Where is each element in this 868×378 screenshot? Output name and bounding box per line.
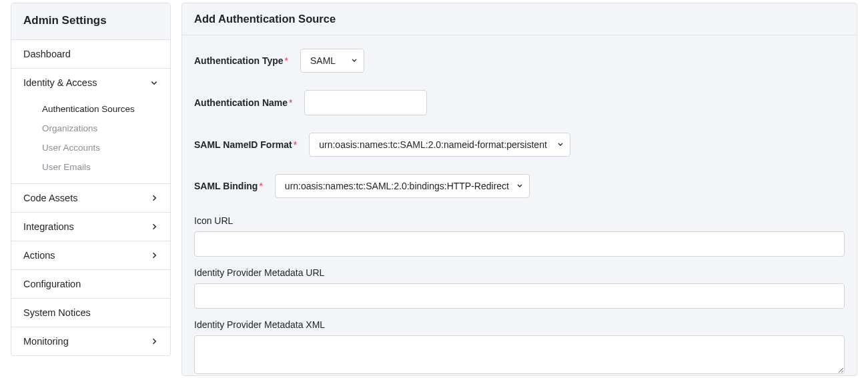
sidebar-item-label: Actions	[23, 250, 55, 261]
sidebar-item-actions[interactable]: Actions	[11, 241, 170, 270]
sidebar-subitem-organizations[interactable]: Organizations	[11, 119, 170, 138]
icon-url-label: Icon URL	[194, 215, 845, 226]
binding-select[interactable]: urn:oasis:names:tc:SAML:2.0:bindings:HTT…	[275, 174, 530, 198]
binding-label: SAML Binding*	[194, 181, 263, 191]
caret-down-icon	[352, 59, 357, 63]
sidebar-item-configuration[interactable]: Configuration	[11, 270, 170, 299]
caret-down-icon	[517, 184, 522, 188]
chevron-down-icon	[150, 79, 158, 87]
required-indicator: *	[285, 55, 288, 66]
field-idp-metadata-xml: Identity Provider Metadata XML	[194, 319, 845, 376]
binding-value: urn:oasis:names:tc:SAML:2.0:bindings:HTT…	[285, 181, 509, 191]
sidebar-subitem-user-emails[interactable]: User Emails	[11, 157, 170, 177]
nameid-format-value: urn:oasis:names:tc:SAML:2.0:nameid-forma…	[319, 139, 547, 150]
sidebar-item-label: Code Assets	[23, 193, 77, 203]
idp-metadata-url-label: Identity Provider Metadata URL	[194, 267, 845, 278]
field-icon-url: Icon URL	[194, 215, 845, 257]
auth-type-label: Authentication Type*	[194, 55, 288, 66]
chevron-right-icon	[150, 251, 158, 259]
idp-metadata-url-input[interactable]	[194, 283, 845, 309]
auth-type-value: SAML	[310, 55, 336, 66]
sidebar-item-code-assets[interactable]: Code Assets	[11, 184, 170, 213]
sidebar-item-label: Dashboard	[23, 49, 71, 59]
sidebar-item-label: System Notices	[23, 307, 91, 318]
required-indicator: *	[289, 97, 292, 108]
field-auth-type: Authentication Type* SAML	[194, 49, 845, 73]
auth-source-form: Authentication Type* SAML Authentication…	[182, 35, 857, 376]
sidebar-item-label: Monitoring	[23, 336, 69, 347]
auth-type-select[interactable]: SAML	[300, 49, 364, 73]
icon-url-input[interactable]	[194, 231, 845, 257]
sidebar-item-system-notices[interactable]: System Notices	[11, 299, 170, 327]
sidebar-item-monitoring[interactable]: Monitoring	[11, 327, 170, 355]
page-title: Add Authentication Source	[182, 3, 857, 35]
sidebar-subitem-auth-sources[interactable]: Authentication Sources	[11, 99, 170, 119]
sidebar-item-identity-access[interactable]: Identity & Access	[11, 69, 170, 97]
main-panel: Add Authentication Source Authentication…	[181, 3, 857, 376]
sidebar: Admin Settings Dashboard Identity & Acce…	[11, 3, 171, 356]
sidebar-item-label: Identity & Access	[23, 77, 97, 88]
caret-down-icon	[558, 143, 563, 147]
sidebar-item-label: Integrations	[23, 221, 74, 232]
nameid-format-select[interactable]: urn:oasis:names:tc:SAML:2.0:nameid-forma…	[309, 133, 570, 157]
field-idp-metadata-url: Identity Provider Metadata URL	[194, 267, 845, 309]
field-auth-name: Authentication Name*	[194, 90, 845, 115]
chevron-right-icon	[150, 194, 158, 202]
chevron-right-icon	[150, 223, 158, 231]
auth-name-label: Authentication Name*	[194, 97, 292, 108]
field-nameid-format: SAML NameID Format* urn:oasis:names:tc:S…	[194, 133, 845, 157]
sidebar-sublist-identity: Authentication Sources Organizations Use…	[11, 97, 170, 184]
required-indicator: *	[294, 139, 297, 150]
idp-metadata-xml-label: Identity Provider Metadata XML	[194, 319, 845, 330]
field-binding: SAML Binding* urn:oasis:names:tc:SAML:2.…	[194, 174, 845, 198]
auth-name-input[interactable]	[304, 90, 427, 115]
sidebar-subitem-user-accounts[interactable]: User Accounts	[11, 138, 170, 157]
sidebar-item-integrations[interactable]: Integrations	[11, 213, 170, 241]
nameid-format-label: SAML NameID Format*	[194, 139, 297, 150]
required-indicator: *	[259, 181, 262, 191]
idp-metadata-xml-textarea[interactable]	[194, 335, 845, 374]
sidebar-title: Admin Settings	[11, 3, 170, 40]
sidebar-item-label: Configuration	[23, 279, 81, 289]
chevron-right-icon	[150, 337, 158, 345]
sidebar-item-dashboard[interactable]: Dashboard	[11, 40, 170, 69]
